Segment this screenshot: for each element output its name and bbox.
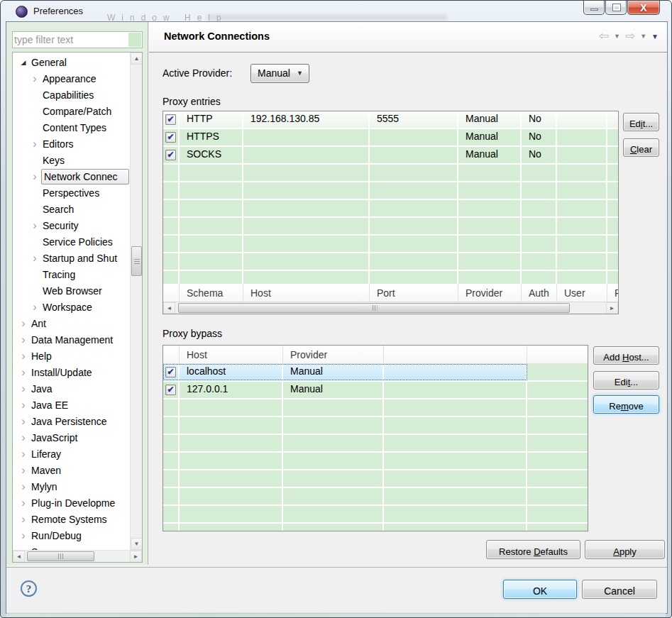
add-host-button[interactable]: Add Host...	[593, 346, 659, 365]
tree-item-web-browser[interactable]: Web Browser	[13, 283, 130, 299]
tree-collapsed-icon[interactable]: ›	[18, 543, 28, 550]
table-row[interactable]: ✔SOCKSManualNo	[163, 147, 618, 165]
clear-proxy-button[interactable]: Clear	[623, 138, 659, 157]
entries-horizontal-scrollbar[interactable]: ◄ ►	[163, 302, 618, 314]
tree-collapsed-icon[interactable]: ›	[18, 462, 28, 478]
column-header-host[interactable]: Host	[180, 346, 283, 364]
column-header-auth[interactable]: Auth	[522, 284, 557, 302]
tree-collapsed-icon[interactable]: ›	[30, 299, 40, 315]
column-header-user[interactable]: User	[557, 284, 607, 302]
tree-item-editors[interactable]: ›Editors	[13, 136, 130, 153]
scroll-right-button[interactable]: ►	[130, 551, 142, 563]
ok-button[interactable]: OK	[503, 580, 577, 599]
column-header-schema[interactable]: Schema	[180, 284, 243, 302]
row-checkbox[interactable]: ✔	[165, 385, 176, 395]
tree-item-java-ee[interactable]: ›Java EE	[13, 397, 130, 414]
tree-item-service-policies[interactable]: Service Policies	[13, 234, 130, 250]
column-header-port[interactable]: Port	[370, 284, 458, 302]
tree-item-server[interactable]: ›Server	[13, 544, 130, 550]
tree-collapsed-icon[interactable]: ›	[18, 348, 28, 364]
tree-item-liferay[interactable]: ›Liferay	[13, 446, 130, 463]
tree-collapsed-icon[interactable]: ›	[18, 527, 28, 543]
tree-collapsed-icon[interactable]: ›	[18, 413, 28, 429]
remove-bypass-button[interactable]: Remove	[593, 395, 659, 414]
tree-collapsed-icon[interactable]: ›	[30, 250, 40, 266]
tree-hscrollbar-thumb[interactable]	[27, 551, 94, 561]
table-row[interactable]: ✔HTTP192.168.130.855555ManualNo	[163, 111, 618, 129]
tree-collapsed-icon[interactable]: ›	[18, 446, 28, 462]
filter-input[interactable]	[14, 33, 128, 47]
tree-collapsed-icon[interactable]: ›	[30, 136, 40, 152]
close-button[interactable]: X	[627, 1, 660, 15]
row-checkbox[interactable]: ✔	[165, 132, 176, 143]
column-header-host[interactable]: Host	[243, 284, 370, 302]
row-checkbox[interactable]: ✔	[165, 367, 176, 377]
restore-defaults-button[interactable]: Restore Defaults	[486, 540, 580, 559]
maximize-button[interactable]	[605, 1, 627, 15]
table-row[interactable]: ✔127.0.0.1Manual	[163, 382, 588, 399]
tree-collapsed-icon[interactable]: ›	[18, 397, 28, 413]
edit-proxy-button[interactable]: Edit...	[623, 113, 659, 131]
tree-item-network-connec[interactable]: ›Network Connec	[13, 169, 130, 185]
tree-item-tracing[interactable]: Tracing	[13, 267, 130, 283]
tree-item-install-update[interactable]: ›Install/Update	[13, 365, 130, 381]
back-icon[interactable]: ⇦	[599, 30, 609, 43]
tree-item-security[interactable]: ›Security	[13, 218, 130, 234]
tree-item-general[interactable]: ◢General	[13, 55, 130, 71]
edit-bypass-button[interactable]: Edit...	[593, 371, 659, 390]
tree-collapsed-icon[interactable]: ›	[18, 380, 28, 397]
tree-item-capabilities[interactable]: Capabilities	[13, 87, 130, 104]
table-row[interactable]: ✔localhostManual	[163, 364, 588, 382]
scroll-left-button[interactable]: ◄	[13, 551, 25, 563]
tree-item-javascript[interactable]: ›JavaScript	[13, 430, 130, 446]
tree-collapsed-icon[interactable]: ›	[18, 315, 28, 331]
tree-item-compare-patch[interactable]: Compare/Patch	[13, 104, 130, 120]
column-header-checkbox[interactable]	[163, 346, 180, 364]
column-header-provider[interactable]: Provider	[283, 346, 384, 364]
scroll-down-button[interactable]: ▼	[131, 538, 143, 550]
tree-item-remote-systems[interactable]: ›Remote Systems	[13, 512, 130, 528]
apply-button[interactable]: Apply	[585, 540, 665, 559]
tree-item-data-management[interactable]: ›Data Management	[13, 332, 130, 348]
tree-item-run-debug[interactable]: ›Run/Debug	[13, 528, 130, 544]
tree-item-java-persistence[interactable]: ›Java Persistence	[13, 414, 130, 430]
tree-item-mylyn[interactable]: ›Mylyn	[13, 479, 130, 495]
tree-item-keys[interactable]: Keys	[13, 153, 130, 169]
window-titlebar[interactable]: Preferences Window Help X	[1, 1, 671, 22]
tree-collapsed-icon[interactable]: ›	[30, 217, 40, 233]
column-header-p[interactable]: P	[607, 284, 618, 302]
tree-item-ant[interactable]: ›Ant	[13, 316, 130, 332]
tree-vertical-scrollbar[interactable]: ▲ ▼	[130, 53, 142, 550]
column-header-checkbox[interactable]	[163, 284, 180, 302]
tree-item-appearance[interactable]: ›Appearance	[13, 71, 130, 87]
tree-item-maven[interactable]: ›Maven	[13, 463, 130, 479]
tree-item-perspectives[interactable]: Perspectives	[13, 185, 130, 202]
column-header-provider[interactable]: Provider	[458, 284, 522, 302]
tree-collapsed-icon[interactable]: ›	[30, 168, 40, 184]
tree-horizontal-scrollbar[interactable]: ◄ ►	[13, 550, 142, 562]
tree-vscrollbar-thumb[interactable]	[131, 246, 142, 276]
tree-collapsed-icon[interactable]: ›	[18, 429, 28, 446]
cancel-button[interactable]: Cancel	[582, 580, 657, 599]
tree-collapsed-icon[interactable]: ›	[18, 364, 28, 380]
tree-collapsed-icon[interactable]: ›	[18, 495, 28, 511]
row-checkbox[interactable]: ✔	[165, 150, 176, 160]
scroll-left-button[interactable]: ◄	[163, 302, 175, 314]
back-dropdown-icon[interactable]: ▼	[614, 33, 620, 40]
scroll-right-button[interactable]: ►	[606, 302, 618, 314]
forward-dropdown-icon[interactable]: ▼	[640, 33, 646, 40]
tree-item-java[interactable]: ›Java	[13, 381, 130, 397]
minimize-button[interactable]	[583, 1, 605, 15]
active-provider-select[interactable]: Manual ▼	[250, 64, 309, 83]
tree-collapsed-icon[interactable]: ›	[18, 478, 28, 495]
tree-item-workspace[interactable]: ›Workspace	[13, 299, 130, 316]
entries-hscrollbar-thumb[interactable]	[178, 303, 570, 313]
tree-expanded-icon[interactable]: ◢	[18, 55, 28, 71]
tree-item-plug-in-developme[interactable]: ›Plug-in Developme	[13, 495, 130, 512]
view-menu-icon[interactable]: ▼	[651, 33, 659, 40]
tree-collapsed-icon[interactable]: ›	[18, 331, 28, 348]
tree-item-search[interactable]: Search	[13, 202, 130, 218]
column-header-blank[interactable]	[384, 346, 527, 364]
tree-item-startup-and-shut[interactable]: ›Startup and Shut	[13, 250, 130, 267]
scroll-up-button[interactable]: ▲	[131, 53, 143, 65]
